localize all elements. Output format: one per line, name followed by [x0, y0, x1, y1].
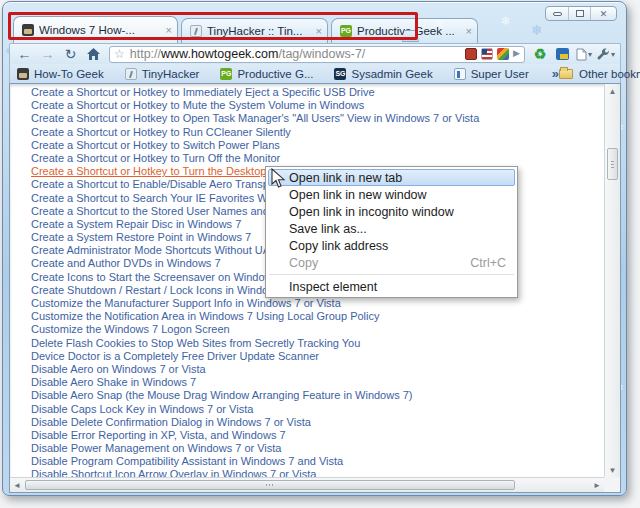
close-icon: ✕	[600, 9, 608, 19]
tab-windows-7-how[interactable]: Windows 7 How-...×	[13, 16, 178, 43]
play-extension-icon[interactable]: ▶	[513, 48, 520, 60]
page-link[interactable]: Disable Delete Confirmation Dialog in Wi…	[31, 416, 604, 429]
bookmark-label: Sysadmin Geek	[351, 68, 432, 80]
bookmark-tinyhacker[interactable]: TinyHacker	[125, 68, 200, 80]
two-tone-extension-button[interactable]	[551, 45, 573, 63]
menu-item-save-link-as[interactable]: Save link as...	[268, 220, 515, 237]
bookmarks-bar: How-To GeekTinyHackerPGProductive G...SG…	[9, 64, 621, 83]
menu-item-label: Open link in incognito window	[289, 205, 454, 219]
snowflake-icon	[501, 14, 511, 28]
tab-close-icon[interactable]: ×	[166, 25, 172, 35]
bookmarks-overflow-chevron[interactable]: »	[552, 66, 559, 81]
reload-button[interactable]: ↻	[59, 45, 82, 63]
superuser-favicon-icon	[454, 68, 466, 80]
page-link[interactable]: Disable Program Compatibility Assistant …	[31, 455, 604, 468]
recycle-icon: ♻	[534, 46, 547, 62]
bookmark-items: How-To GeekTinyHackerPGProductive G...SG…	[17, 68, 550, 80]
home-icon	[87, 48, 100, 60]
page-link[interactable]: Create a Shortcut or Hotkey to Turn Off …	[31, 152, 604, 165]
menu-separator	[269, 274, 514, 275]
minimize-icon	[553, 12, 562, 16]
menu-item-label: Open link in new window	[289, 188, 427, 202]
tab-close-icon[interactable]: ×	[466, 26, 472, 36]
url-host: www.howtogeek.com	[161, 47, 278, 61]
palette-extension-icon[interactable]	[497, 48, 509, 60]
chevron-down-icon: ▾	[611, 50, 615, 59]
menu-item-copy-link-address[interactable]: Copy link address	[268, 237, 515, 254]
menu-item-open-link-in-new-window[interactable]: Open link in new window	[268, 186, 515, 203]
menu-item-label: Save link as...	[289, 222, 367, 236]
page-link[interactable]: Device Doctor is a Completely Free Drive…	[31, 350, 604, 363]
page-link[interactable]: Customize the Notification Area in Windo…	[31, 310, 604, 323]
bookmark-productive-g[interactable]: PGProductive G...	[220, 68, 313, 80]
howtogeek-favicon-icon	[17, 68, 29, 80]
page-link[interactable]: Disable Error Reporting in XP, Vista, an…	[31, 429, 604, 442]
scroll-right-button[interactable]: ►	[590, 478, 604, 492]
page-link[interactable]: Disable Caps Lock Key in Windows 7 or Vi…	[31, 403, 604, 416]
window-controls: ✕	[545, 6, 617, 21]
arrow-right-icon: ►	[593, 481, 601, 490]
page-link[interactable]: Create a Shortcut or Hotkey to Mute the …	[31, 99, 604, 112]
home-button[interactable]	[82, 45, 105, 63]
maximize-icon	[576, 10, 584, 17]
other-bookmarks-label: Other bookmarks	[579, 68, 640, 80]
bookmark-how-to-geek[interactable]: How-To Geek	[17, 68, 104, 80]
scroll-up-button[interactable]: ▲	[605, 84, 620, 98]
back-icon: ←	[18, 47, 32, 61]
menu-item-inspect-element[interactable]: Inspect element	[268, 278, 515, 295]
vertical-scrollbar[interactable]: ▲ ▼	[604, 84, 620, 477]
sysadmingeek-favicon-icon: SG	[334, 68, 346, 80]
howtogeek-favicon-icon	[22, 24, 34, 36]
page-link[interactable]: Create a Shortcut or Hotkey to Immediate…	[31, 86, 604, 99]
menu-item-label: Inspect element	[289, 280, 377, 294]
tab-tinyhacker-tin[interactable]: TinyHacker :: Tin...×	[181, 18, 328, 43]
back-button[interactable]: ←	[13, 45, 36, 63]
scrollbar-corner	[604, 477, 620, 492]
horizontal-scroll-thumb[interactable]	[25, 480, 515, 490]
flag-extension-icon[interactable]	[481, 48, 493, 60]
page-link[interactable]: Disable Aero on Windows 7 or Vista	[31, 363, 604, 376]
wrench-menu-button[interactable]: ▾	[595, 45, 617, 63]
adblock-extension-icon[interactable]	[465, 48, 477, 60]
page-link[interactable]: Disable Aero Shake in Windows 7	[31, 376, 604, 389]
address-bar[interactable]: ☆ http://www.howtogeek.com/tag/windows-7…	[109, 46, 525, 63]
page-link[interactable]: Delete Flash Cookies to Stop Web Sites f…	[31, 337, 604, 350]
page-link[interactable]: Create a Shortcut or Hotkey to Open Task…	[31, 112, 604, 125]
close-button[interactable]: ✕	[590, 7, 616, 20]
scroll-left-button[interactable]: ◄	[10, 478, 24, 492]
bookmark-sysadmin-geek[interactable]: SGSysadmin Geek	[334, 68, 432, 80]
other-bookmarks-button[interactable]: Other bookmarks	[559, 68, 640, 80]
tab-close-icon[interactable]: ×	[316, 26, 322, 36]
bookmark-star-icon[interactable]: ☆	[114, 47, 125, 61]
page-link[interactable]: Customize the Windows 7 Logon Screen	[31, 323, 604, 336]
context-menu: Open link in new tabOpen link in new win…	[265, 166, 518, 298]
bookmark-super-user[interactable]: Super User	[454, 68, 529, 80]
page-link[interactable]: Disable Aero Snap (the Mouse Drag Window…	[31, 389, 604, 402]
recycle-extension-button[interactable]: ♻	[529, 45, 551, 63]
horizontal-scrollbar[interactable]: ◄ ►	[10, 477, 604, 492]
page-link[interactable]: Create a Shortcut or Hotkey to Run CClea…	[31, 126, 604, 139]
forward-icon: →	[41, 47, 55, 61]
page-icon	[576, 48, 587, 61]
page-link[interactable]: Disable Power Management on Windows 7 or…	[31, 442, 604, 455]
minimize-button[interactable]	[546, 7, 568, 20]
forward-button[interactable]: →	[36, 45, 59, 63]
two-tone-extension-icon	[556, 48, 569, 60]
menu-item-label: Copy	[289, 256, 318, 270]
menu-item-open-link-in-new-tab[interactable]: Open link in new tab	[268, 169, 515, 186]
snowflake-icon	[531, 22, 543, 38]
url-path: /tag/windows-7/	[278, 47, 365, 61]
page-menu-button[interactable]: ▾	[573, 45, 595, 63]
scroll-down-button[interactable]: ▼	[605, 463, 620, 477]
reload-icon: ↻	[65, 47, 77, 61]
arrow-down-icon: ▼	[609, 466, 617, 475]
chevron-down-icon: ▾	[588, 50, 592, 59]
arrow-up-icon: ▲	[609, 87, 617, 96]
page-link[interactable]: Create a Shortcut or Hotkey to Switch Po…	[31, 139, 604, 152]
menu-item-open-link-in-incognito-window[interactable]: Open link in incognito window	[268, 203, 515, 220]
page-link[interactable]: Customize the Manufacturer Support Info …	[31, 297, 604, 310]
menu-item-label: Copy link address	[289, 239, 388, 253]
page-link[interactable]: Disable Shortcut Icon Arrow Overlay in W…	[31, 468, 604, 477]
maximize-button[interactable]	[568, 7, 590, 20]
vertical-scroll-thumb[interactable]	[607, 148, 618, 180]
